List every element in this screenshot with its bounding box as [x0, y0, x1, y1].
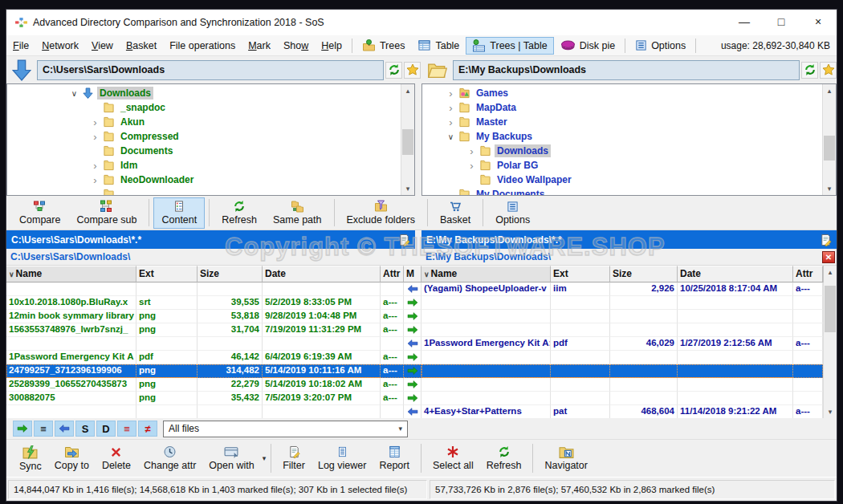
scroll-up-icon[interactable]: ▴	[824, 266, 837, 278]
right-path-favorites-icon[interactable]	[820, 62, 837, 79]
file-row[interactable]	[422, 310, 823, 323]
tree-splitter[interactable]	[415, 83, 422, 196]
expand-icon[interactable]: ›	[445, 102, 457, 114]
menu-file-operations[interactable]: File operations	[163, 38, 242, 54]
action-button-copy-to[interactable]: Copy to	[48, 441, 96, 476]
expand-icon[interactable]: ›	[445, 87, 457, 100]
show-equal-black-button[interactable]: ≡	[34, 421, 53, 437]
file-row[interactable]	[6, 337, 422, 351]
show-copy-right-button[interactable]	[13, 421, 32, 437]
file-row[interactable]	[422, 392, 823, 405]
show-equal-red-button[interactable]: ≡	[117, 421, 136, 437]
expand-icon[interactable]: ›	[89, 131, 101, 143]
tree-item-akun[interactable]: › Akun	[7, 115, 401, 129]
tree-item-_snapdoc[interactable]: _snapdoc	[7, 100, 401, 115]
file-row[interactable]: 12min book symmary library png 53,818 9/…	[6, 310, 422, 323]
file-row[interactable]: 25289399_10655270435873 png 22,279 5/14/…	[6, 378, 422, 392]
collapse-icon[interactable]: ∨	[68, 89, 80, 98]
file-row[interactable]	[6, 282, 422, 296]
tree-item-master[interactable]: › Master	[422, 115, 822, 129]
compare-button-options[interactable]: Options	[487, 197, 538, 229]
view-button-trees[interactable]: Trees	[356, 37, 412, 55]
column-header-m[interactable]: M	[404, 266, 422, 282]
action-button-refresh[interactable]: Refresh	[480, 441, 528, 476]
tree-item-mapdata[interactable]: › MapData	[422, 100, 822, 115]
right-table-scrollbar[interactable]: ▾	[823, 282, 837, 418]
scroll-down-icon[interactable]: ▾	[401, 182, 414, 195]
compare-button-basket[interactable]: Basket	[432, 197, 479, 229]
expand-icon[interactable]: ›	[445, 116, 457, 128]
menu-file[interactable]: File	[6, 38, 35, 54]
action-button-navigator[interactable]: Navigator	[538, 441, 594, 476]
tree-item-partial[interactable]	[7, 187, 401, 195]
menu-show[interactable]: Show	[277, 38, 315, 54]
action-button-change-attr[interactable]: Change attr	[137, 441, 202, 476]
file-row[interactable]: 24799257_3712396199906 png 314,482 5/14/…	[6, 364, 422, 378]
show-copy-left-button[interactable]	[55, 421, 74, 437]
compare-button-compare[interactable]: Compare	[11, 197, 68, 229]
show-same-button[interactable]: S	[75, 421, 95, 437]
column-header-size[interactable]: Size	[198, 266, 263, 282]
file-row[interactable]	[422, 296, 823, 310]
compare-button-same-path[interactable]: Same path	[265, 197, 329, 229]
show-different-button[interactable]: D	[96, 421, 116, 437]
column-header-attr[interactable]: Attr	[793, 266, 823, 282]
file-row[interactable]	[422, 351, 823, 364]
menu-mark[interactable]: Mark	[242, 38, 277, 54]
left-tree-scrollbar[interactable]: ▴ ▾	[401, 84, 414, 195]
action-button-open-with[interactable]: Open with	[202, 441, 260, 476]
tree-item-documents[interactable]: Documents	[7, 144, 401, 158]
maximize-button[interactable]: □	[763, 10, 800, 35]
column-header-size[interactable]: Size	[610, 266, 678, 282]
view-button-disk-pie[interactable]: Disk pie	[554, 38, 621, 54]
close-pane-icon[interactable]: ✕	[822, 251, 835, 263]
right-path-input[interactable]: E:\My Backups\Downloads	[453, 60, 800, 80]
left-path-favorites-icon[interactable]	[404, 62, 421, 79]
expand-icon[interactable]: ›	[89, 160, 101, 172]
column-header-date[interactable]: Date	[678, 266, 793, 282]
edit-mask-icon[interactable]	[398, 234, 410, 246]
compare-button-content[interactable]: Content	[153, 197, 205, 229]
view-button-table[interactable]: Table	[411, 37, 466, 54]
action-button-select-all[interactable]: Select all	[426, 441, 480, 476]
action-button-delete[interactable]: Delete	[96, 441, 137, 476]
action-button-filter[interactable]: Filter	[276, 441, 312, 476]
tree-item-downloads[interactable]: ∨ Downloads	[7, 86, 401, 100]
action-button-sync[interactable]: Sync	[13, 441, 48, 476]
expand-icon[interactable]: ›	[89, 116, 101, 128]
file-row[interactable]: 1Password Emergency Kit A: pdf 46,029 1/…	[422, 337, 823, 351]
minimize-button[interactable]: —	[726, 10, 763, 35]
scroll-down-icon[interactable]: ▾	[823, 182, 836, 195]
close-button[interactable]: ×	[800, 10, 837, 35]
file-row[interactable]: (Yagami) ShopeeUploader-v iim 2,926 10/2…	[422, 282, 823, 296]
tree-item-games[interactable]: › Games	[422, 86, 822, 100]
action-button-log-viewer[interactable]: Log viewer	[312, 441, 373, 476]
tree-item-polar-bg[interactable]: › Polar BG	[422, 158, 822, 173]
compare-button-refresh[interactable]: Refresh	[214, 197, 265, 229]
menu-view[interactable]: View	[85, 38, 120, 54]
compare-button-compare-sub[interactable]: Compare sub	[68, 197, 145, 229]
tree-item-video-wallpaper[interactable]: Video Wallpaper	[422, 173, 822, 187]
scroll-down-icon[interactable]: ▾	[824, 405, 837, 418]
collapse-icon[interactable]: ∨	[445, 132, 457, 141]
column-header-ext[interactable]: Ext	[136, 266, 198, 282]
left-path-input[interactable]: C:\Users\Sars\Downloads	[37, 60, 384, 80]
column-header-ext[interactable]: Ext	[551, 266, 610, 282]
file-filter-combo[interactable]: All files ▾	[163, 421, 408, 437]
expand-icon[interactable]: ›	[466, 160, 478, 172]
menu-network[interactable]: Network	[35, 38, 85, 54]
show-not-equal-button[interactable]: ≠	[138, 421, 157, 437]
file-row[interactable]: 10x10.2018.1080p.BluRay.x srt 39,535 5/2…	[6, 296, 422, 310]
menu-help[interactable]: Help	[315, 38, 348, 54]
dropdown-caret-icon[interactable]: ▾	[263, 454, 267, 462]
tree-item-compressed[interactable]: › Compressed	[7, 129, 401, 144]
column-header-attr[interactable]: Attr	[381, 266, 404, 282]
tree-item-idm[interactable]: › Idm	[7, 158, 401, 173]
view-button-options[interactable]: Options	[629, 37, 692, 54]
edit-mask-icon[interactable]	[820, 234, 832, 246]
view-button-trees-table[interactable]: Trees | Table	[466, 37, 553, 55]
file-row[interactable]: 1563553748976_lwrb7snzj_ png 31,704 7/19…	[6, 323, 422, 337]
file-row[interactable]	[422, 378, 823, 392]
column-header-name[interactable]: ∨Name	[6, 266, 136, 282]
file-row[interactable]: 4+Easy+Star+Patterns pat 468,604 11/14/2…	[422, 405, 823, 418]
